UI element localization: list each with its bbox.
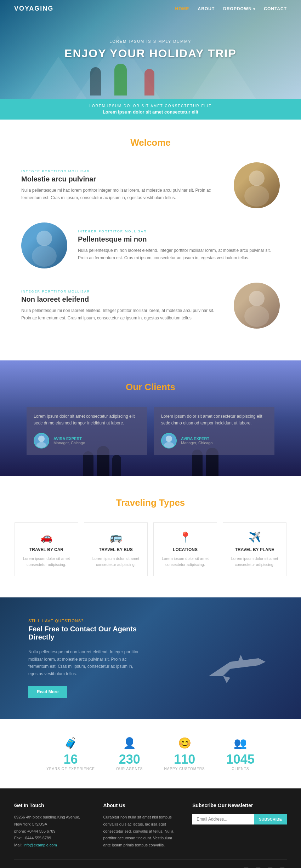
happy-icon: 😊 xyxy=(164,737,205,749)
feature-title-1: Molestie arcu pulvinar xyxy=(21,175,223,183)
client-avatar-2 xyxy=(161,433,177,449)
stat-customers-number: 110 xyxy=(164,752,205,767)
stats-grid: 🧳 16 YEARS OF EXPERIENCE 👤 230 OUR AGENT… xyxy=(14,737,287,771)
travel-car-title: TRAVEL BY CAR xyxy=(22,547,71,552)
hero-subtitle: LOREM IPSUM IS SIMPLY DUMMY xyxy=(64,39,237,44)
stat-agents-label: OUR AGENTS xyxy=(116,767,143,771)
travel-bus-title: TRAVEL BY BUS xyxy=(91,547,140,552)
feature-row-1: INTEGER PORTTITOR MOLLISAR Molestie arcu… xyxy=(21,162,280,208)
stat-clients-label: CLIENTS xyxy=(226,767,255,771)
travel-bus-desc: Lorem ipsum dolor sit amet consectetur a… xyxy=(91,556,140,567)
nav-home[interactable]: HOME xyxy=(175,6,189,11)
stat-experience-label: YEARS OF EXPERIENCE xyxy=(46,767,95,771)
client-info-1: AVIRA EXPERT Manager, Chicago xyxy=(53,436,85,445)
stat-clients-number: 1045 xyxy=(226,752,255,767)
feature-image-3 xyxy=(234,283,280,329)
feature-desc-3: Nulla pellentesque mi non laoreet eleife… xyxy=(21,307,223,322)
travel-section: Traveling Types 🚗 TRAVEL BY CAR Lorem ip… xyxy=(0,476,301,597)
travel-card-car: 🚗 TRAVEL BY CAR Lorem ipsum dolor sit am… xyxy=(15,522,78,576)
feature-tag-1: INTEGER PORTTITOR MOLLISAR xyxy=(21,169,223,173)
travel-location-title: LOCATIONS xyxy=(161,547,210,552)
newsletter-subscribe-button[interactable]: SUBSCRIBE xyxy=(254,814,287,824)
banner: LOREM IPSUM DOLOR SIT AMET CONSECTETUR E… xyxy=(0,99,301,120)
stat-agents-number: 230 xyxy=(116,752,143,767)
client-text-2: Lorem ipsum dolor sit amet consectetur a… xyxy=(161,413,267,427)
location-icon: 📍 xyxy=(161,531,210,543)
nav-logo: VOYAGING xyxy=(14,5,53,12)
bus-icon: 🚌 xyxy=(91,531,140,543)
feature-tag-3: INTEGER PORTTITOR MOLLISAR xyxy=(21,290,223,293)
svg-point-3 xyxy=(32,245,57,267)
stat-agents: 👤 230 OUR AGENTS xyxy=(116,737,143,771)
feature-title-2: Pellentesque mi non xyxy=(78,235,280,243)
feature-text-1: INTEGER PORTTITOR MOLLISAR Molestie arcu… xyxy=(21,169,223,201)
svg-point-7 xyxy=(36,442,46,448)
clients-title: Our Clients xyxy=(14,382,287,393)
hero-content: LOREM IPSUM IS SIMPLY DUMMY ENJOY YOUR H… xyxy=(64,39,237,60)
travel-card-bus: 🚌 TRAVEL BY BUS Lorem ipsum dolor sit am… xyxy=(84,522,148,576)
feature-image-1 xyxy=(234,162,280,208)
svg-point-0 xyxy=(249,170,265,186)
footer-bottom: © 2019 Voyaging. All Rights Reserved. | … xyxy=(14,860,287,868)
feature-text-2: INTEGER PORTTITOR MOLLISAR Pellentesque … xyxy=(78,230,280,261)
cta-subtitle: Still Have Questions? xyxy=(28,619,140,623)
feature-desc-1: Nulla pellentesque mi hac lorem porttito… xyxy=(21,187,223,201)
svg-point-4 xyxy=(249,291,265,306)
travel-location-desc: Lorem ipsum dolor sit amet consectetur a… xyxy=(161,556,210,567)
stat-customers-label: HAPPY CUSTOMERS xyxy=(164,767,205,771)
footer-newsletter-heading: Subscribe Our Newsletter xyxy=(192,803,287,808)
cta-image xyxy=(161,626,273,690)
client-name-2: AVIRA EXPERT xyxy=(181,436,212,441)
footer-about-text: Curabitur non nulla sit amet nisl tempus… xyxy=(103,814,178,849)
read-more-button[interactable]: Read More xyxy=(28,686,67,698)
footer-about-heading: About Us xyxy=(103,803,178,808)
newsletter-email-input[interactable] xyxy=(192,814,254,824)
svg-point-9 xyxy=(164,442,174,448)
nav-contact[interactable]: CONTACT xyxy=(264,6,287,11)
svg-point-5 xyxy=(244,306,269,327)
nav-dropdown[interactable]: DROPDOWN ▾ xyxy=(223,6,255,11)
stat-experience: 🧳 16 YEARS OF EXPERIENCE xyxy=(46,737,95,771)
client-footer-2: AVIRA EXPERT Manager, Chicago xyxy=(161,433,267,449)
agent-icon: 👤 xyxy=(116,737,143,749)
suitcase-icon: 🧳 xyxy=(46,737,95,749)
footer-email[interactable]: info@example.com xyxy=(23,843,57,847)
client-card-1: Lorem ipsum dolor sit amet consectetur a… xyxy=(27,407,147,455)
welcome-section: Welcome INTEGER PORTTITOR MOLLISAR Moles… xyxy=(0,120,301,360)
hero-title: ENJOY YOUR HOLIDAY TRIP xyxy=(64,47,237,60)
client-name-1: AVIRA EXPERT xyxy=(53,436,85,441)
client-role-1: Manager, Chicago xyxy=(53,441,85,445)
nav-about[interactable]: ABOUT xyxy=(198,6,215,11)
svg-point-1 xyxy=(244,185,269,207)
svg-point-8 xyxy=(166,436,172,442)
svg-point-6 xyxy=(38,436,45,442)
stat-experience-number: 16 xyxy=(46,752,95,767)
car-icon: 🚗 xyxy=(22,531,71,543)
footer: Get In Touch 09266 4th block building,Ki… xyxy=(0,788,301,868)
travel-title: Traveling Types xyxy=(14,497,287,508)
plane-icon: ✈️ xyxy=(230,531,279,543)
stat-customers: 😊 110 HAPPY CUSTOMERS xyxy=(164,737,205,771)
footer-address: 09266 4th block building,King Avenue, Ne… xyxy=(14,814,89,849)
stats-section: 🧳 16 YEARS OF EXPERIENCE 👤 230 OUR AGENT… xyxy=(0,719,301,788)
clients-section: Our Clients Lorem ipsum dolor sit amet c… xyxy=(0,360,301,476)
client-role-2: Manager, Chicago xyxy=(181,441,212,445)
svg-point-2 xyxy=(36,231,52,246)
travel-card-plane: ✈️ TRAVEL BY PLANE Lorem ipsum dolor sit… xyxy=(223,522,286,576)
cta-title: Feel Free to Contact Our Agents Directly xyxy=(28,625,140,641)
banner-subtitle: LOREM IPSUM DOLOR SIT AMET CONSECTETUR E… xyxy=(14,104,287,108)
travel-plane-desc: Lorem ipsum dolor sit amet consectetur a… xyxy=(230,556,279,567)
client-footer-1: AVIRA EXPERT Manager, Chicago xyxy=(34,433,140,449)
chevron-down-icon: ▾ xyxy=(253,7,255,11)
client-info-2: AVIRA EXPERT Manager, Chicago xyxy=(181,436,212,445)
cta-section: Still Have Questions? Feel Free to Conta… xyxy=(0,597,301,719)
client-card-2: Lorem ipsum dolor sit amet consectetur a… xyxy=(154,407,274,455)
footer-contact-heading: Get In Touch xyxy=(14,803,89,808)
footer-grid: Get In Touch 09266 4th block building,Ki… xyxy=(14,803,287,849)
feature-title-3: Non laoreet eleifend xyxy=(21,295,223,303)
feature-row-3: INTEGER PORTTITOR MOLLISAR Non laoreet e… xyxy=(21,283,280,329)
feature-row-2: INTEGER PORTTITOR MOLLISAR Pellentesque … xyxy=(21,222,280,268)
nav-links: HOME ABOUT DROPDOWN ▾ CONTACT xyxy=(175,6,287,11)
feature-desc-2: Nulla pellentesque mi non laoreet eleife… xyxy=(78,247,280,261)
feature-tag-2: INTEGER PORTTITOR MOLLISAR xyxy=(78,230,280,233)
